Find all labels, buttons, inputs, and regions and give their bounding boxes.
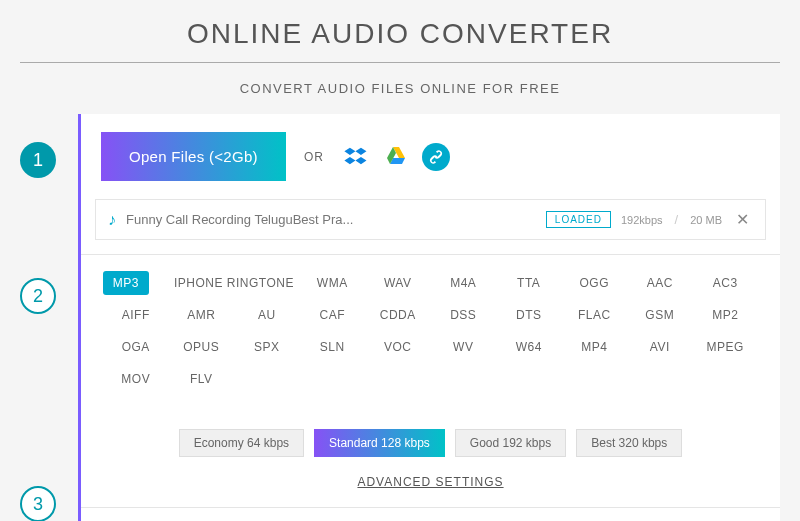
url-link-icon[interactable] (422, 143, 450, 171)
quality-option[interactable]: Standard 128 kbps (314, 429, 445, 457)
advanced-settings-link[interactable]: ADVANCED SETTINGS (103, 475, 758, 489)
step-1-section: Open Files (<2Gb) OR (81, 114, 780, 255)
open-files-button[interactable]: Open Files (<2Gb) (101, 132, 286, 181)
format-option[interactable]: MP4 (562, 335, 628, 359)
quality-option[interactable]: Good 192 kbps (455, 429, 566, 457)
format-option[interactable]: SPX (234, 335, 300, 359)
quality-option[interactable]: Economy 64 kbps (179, 429, 304, 457)
format-option[interactable]: IPHONE RINGTONE (168, 271, 299, 295)
format-option[interactable]: AIFF (103, 303, 169, 327)
file-bitrate: 192kbps (621, 214, 663, 226)
format-option[interactable]: CAF (300, 303, 366, 327)
format-option[interactable]: VOC (365, 335, 431, 359)
format-grid: MP3IPHONE RINGTONEWMAWAVM4ATTAOGGAACAC3A… (103, 271, 758, 391)
format-option[interactable]: DSS (431, 303, 497, 327)
format-option[interactable]: TTA (496, 271, 562, 295)
format-option[interactable]: DTS (496, 303, 562, 327)
format-option[interactable]: AAC (627, 271, 693, 295)
format-option[interactable]: OGA (103, 335, 169, 359)
file-size: 20 MB (690, 214, 722, 226)
step-1-badge: 1 (20, 142, 56, 178)
quality-option[interactable]: Best 320 kbps (576, 429, 682, 457)
format-option[interactable]: FLAC (562, 303, 628, 327)
cloud-source-icons (342, 143, 450, 171)
step-3-badge: 3 (20, 486, 56, 521)
format-option[interactable]: AC3 (692, 271, 758, 295)
format-option[interactable]: AMR (169, 303, 235, 327)
page-title: ONLINE AUDIO CONVERTER (20, 0, 780, 63)
step-2-section: MP3IPHONE RINGTONEWMAWAVM4ATTAOGGAACAC3A… (81, 255, 780, 508)
format-option[interactable]: M4A (430, 271, 496, 295)
file-name: Funny Call Recording TeluguBest Pra... (126, 212, 536, 227)
format-option[interactable]: GSM (627, 303, 693, 327)
dropbox-icon[interactable] (342, 143, 370, 171)
format-option[interactable]: AVI (627, 335, 693, 359)
remove-file-button[interactable]: ✕ (732, 210, 753, 229)
step-2-badge: 2 (20, 278, 56, 314)
format-option[interactable]: FLV (169, 367, 235, 391)
format-option[interactable]: WMA (299, 271, 365, 295)
format-option[interactable]: W64 (496, 335, 562, 359)
format-option[interactable]: WAV (365, 271, 431, 295)
format-option[interactable]: AU (234, 303, 300, 327)
step-numbers-column: 1 2 3 (20, 114, 68, 521)
uploaded-file-row: ♪ Funny Call Recording TeluguBest Pra...… (95, 199, 766, 240)
format-option[interactable]: SLN (300, 335, 366, 359)
format-option[interactable]: CDDA (365, 303, 431, 327)
status-badge: LOADED (546, 211, 611, 228)
quality-row: Economy 64 kbpsStandard 128 kbpsGood 192… (103, 429, 758, 457)
format-option[interactable]: MOV (103, 367, 169, 391)
format-option[interactable]: WV (431, 335, 497, 359)
format-option[interactable]: OGG (561, 271, 627, 295)
format-option[interactable]: MP2 (693, 303, 759, 327)
page-subtitle: CONVERT AUDIO FILES ONLINE FOR FREE (20, 73, 780, 114)
audio-file-icon: ♪ (108, 211, 116, 229)
or-text: OR (304, 150, 324, 164)
format-option[interactable]: OPUS (169, 335, 235, 359)
google-drive-icon[interactable] (382, 143, 410, 171)
step-3-section: CONVERT (81, 508, 780, 521)
format-option[interactable]: MPEG (693, 335, 759, 359)
format-option[interactable]: MP3 (103, 271, 149, 295)
content-panel: Open Files (<2Gb) OR (78, 114, 780, 521)
